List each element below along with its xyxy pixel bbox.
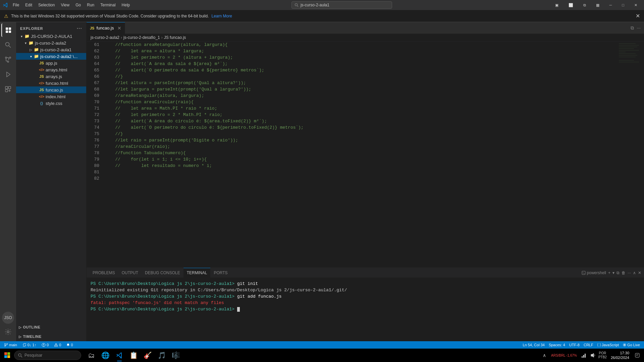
panel-tab-debug[interactable]: DEBUG CONSOLE xyxy=(142,268,183,278)
tree-folder-aula2-sub[interactable]: ▾ 📁 js-curso-2-aula2 \... xyxy=(16,53,86,60)
split-terminal-btn[interactable]: ⧉ xyxy=(616,270,620,275)
encoding-status[interactable]: UTF-8 xyxy=(568,343,581,347)
tray-expand-btn[interactable]: ∧ xyxy=(540,351,548,359)
panel-tab-ports[interactable]: PORTS xyxy=(210,268,231,278)
tab-funcao-js[interactable]: JS funcao.js ✕ xyxy=(87,22,125,34)
breadcrumb-part2[interactable]: js-curso-2-desafio_1 xyxy=(123,35,160,40)
spacer xyxy=(34,80,39,86)
tab-filename: funcao.js xyxy=(96,25,114,31)
activity-git[interactable] xyxy=(1,53,15,66)
split-editor-btn[interactable]: ⧉ xyxy=(630,24,635,32)
activity-extensions[interactable] xyxy=(1,82,15,96)
tab-close-btn[interactable]: ✕ xyxy=(117,25,121,31)
tree-folder-aula1-sub[interactable]: ▷ 📁 js-curso-2-aula1 xyxy=(16,46,86,53)
collapse-panel-btn[interactable]: ∧ xyxy=(633,270,636,275)
taskbar-app-other1[interactable]: 📋 xyxy=(127,349,140,362)
svg-rect-4 xyxy=(6,31,8,33)
activity-settings[interactable] xyxy=(1,325,15,339)
more-actions-btn[interactable]: ··· xyxy=(636,24,641,31)
breadcrumb-part3[interactable]: JS funcao.js xyxy=(164,35,186,40)
panel-tab-terminal[interactable]: TERMINAL xyxy=(183,268,211,278)
git-sync-label: 0↓ 1↑ xyxy=(28,343,36,347)
taskbar-app-vscode[interactable] xyxy=(113,349,126,362)
menu-bar: File Edit Selection View Go Run Terminal… xyxy=(10,2,132,8)
terminal-content[interactable]: PS C:\Users\Bruno\Desktop\Logica js 2\js… xyxy=(87,278,644,341)
warnings-status[interactable]: 0 xyxy=(53,343,62,347)
tree-file-index-html[interactable]: </> index.html xyxy=(16,93,86,100)
taskbar-app-other4[interactable]: 🎼 xyxy=(169,349,182,362)
outline-header[interactable]: ▷ OUTLINE xyxy=(16,324,86,330)
keyboard-lang: POR xyxy=(599,351,606,355)
tree-file-style-css[interactable]: {} style.css xyxy=(16,100,86,107)
taskbar-app-files[interactable]: 🗂 xyxy=(85,349,98,362)
sidebar-header: EXPLORER ··· xyxy=(16,22,86,33)
panel-tab-problems[interactable]: PROBLEMS xyxy=(89,268,118,278)
menu-go[interactable]: Go xyxy=(73,2,84,8)
add-terminal-btn[interactable]: + xyxy=(608,270,610,275)
tree-folder-aula2[interactable]: ▾ 📁 js-curso-2-aula2 xyxy=(16,40,86,46)
menu-terminal[interactable]: Terminal xyxy=(98,2,118,8)
timeline-header[interactable]: ▷ TIMELINE xyxy=(16,333,86,340)
breadcrumb-part1[interactable]: js-curso-2-aula2 xyxy=(91,35,119,40)
tree-file-funcao-html[interactable]: </> funcao.html xyxy=(16,80,86,86)
close-btn[interactable]: ✕ xyxy=(630,0,641,10)
title-search-bar[interactable]: js-curso-2-aula1 xyxy=(291,1,392,9)
terminal-dropdown-btn[interactable]: ▾ xyxy=(612,270,614,275)
tree-file-funcao-js[interactable]: JS funcao.js xyxy=(16,86,86,93)
taskbar-app-other3[interactable]: 🎵 xyxy=(155,349,168,362)
spaces-status[interactable]: Spaces: 4 xyxy=(547,343,567,347)
clock-date: 26/02/2024 xyxy=(611,355,629,360)
git-branch-status[interactable]: main xyxy=(3,343,18,347)
layout-btn-3[interactable]: ⧉ xyxy=(579,0,590,10)
errors-status[interactable]: 0 xyxy=(40,343,50,347)
activity-debug[interactable] xyxy=(1,68,15,81)
cursor-position-status[interactable]: Ln 54, Col 34 xyxy=(521,343,546,347)
code-content[interactable]: //function areaRetangular(altura, largur… xyxy=(103,42,617,267)
menu-edit[interactable]: Edit xyxy=(22,2,35,8)
menu-selection[interactable]: Selection xyxy=(36,2,57,8)
layout-btn-2[interactable]: ⬜ xyxy=(565,0,577,10)
go-live-status[interactable]: Go Live xyxy=(622,343,641,347)
learn-more-link[interactable]: Learn More xyxy=(211,14,232,18)
line-ending-status[interactable]: CRLF xyxy=(582,343,595,347)
menu-help[interactable]: Help xyxy=(119,2,133,8)
start-button[interactable] xyxy=(1,349,13,361)
menu-file[interactable]: File xyxy=(10,2,22,8)
delete-terminal-btn[interactable]: 🗑 xyxy=(622,270,626,275)
more-terminal-btn[interactable]: ··· xyxy=(628,270,631,275)
language-status[interactable]: JavaScript xyxy=(596,343,620,347)
notification-close-btn[interactable]: ✕ xyxy=(636,13,640,19)
sidebar-more-btn[interactable]: ··· xyxy=(77,25,82,32)
activity-account[interactable]: JSO xyxy=(2,312,14,324)
code-editor[interactable]: 6162636465666768697071727374757677787980… xyxy=(87,42,644,267)
svg-rect-5 xyxy=(9,31,11,33)
volume-icon[interactable] xyxy=(589,351,597,359)
clock-time: 17:30 xyxy=(611,351,629,355)
close-panel-btn[interactable]: ✕ xyxy=(638,270,641,275)
menu-view[interactable]: View xyxy=(58,2,72,8)
taskbar-app-other2[interactable]: 🎸 xyxy=(141,349,154,362)
git-sync-status[interactable]: 0↓ 1↑ xyxy=(21,343,38,347)
panel-tab-output[interactable]: OUTPUT xyxy=(118,268,142,278)
keyboard-layout[interactable]: POR PTB2 xyxy=(598,351,607,359)
alerts-status[interactable]: 0 xyxy=(65,343,74,347)
taskbar-search[interactable]: Pesquisar xyxy=(14,351,81,360)
menu-run[interactable]: Run xyxy=(84,2,97,8)
taskbar-app-chrome[interactable]: 🌐 xyxy=(99,349,112,362)
activity-search[interactable] xyxy=(1,38,15,52)
tree-file-app-js[interactable]: JS app.js xyxy=(16,60,86,66)
tree-file-arrays-html[interactable]: </> arrays.html xyxy=(16,66,86,73)
tree-label: js-curso-2-aula1 xyxy=(40,47,71,52)
notification-center-btn[interactable] xyxy=(633,351,641,359)
network-icon[interactable] xyxy=(580,351,588,359)
tree-file-arrays-js[interactable]: JS arrays.js xyxy=(16,73,86,80)
html-file-icon: </> xyxy=(39,80,44,86)
layout-btn-1[interactable]: ▣ xyxy=(551,0,562,10)
taskbar-clock[interactable]: 17:30 26/02/2024 xyxy=(608,349,632,361)
tree-root-folder[interactable]: ▾ 📁 JS-CURSO-2-AULA1 xyxy=(16,33,86,40)
maximize-btn[interactable]: □ xyxy=(618,0,628,10)
search-icon xyxy=(294,3,299,7)
activity-explorer[interactable] xyxy=(1,23,15,37)
minimize-btn[interactable]: ─ xyxy=(605,0,616,10)
layout-btn-4[interactable]: ▦ xyxy=(592,0,603,10)
